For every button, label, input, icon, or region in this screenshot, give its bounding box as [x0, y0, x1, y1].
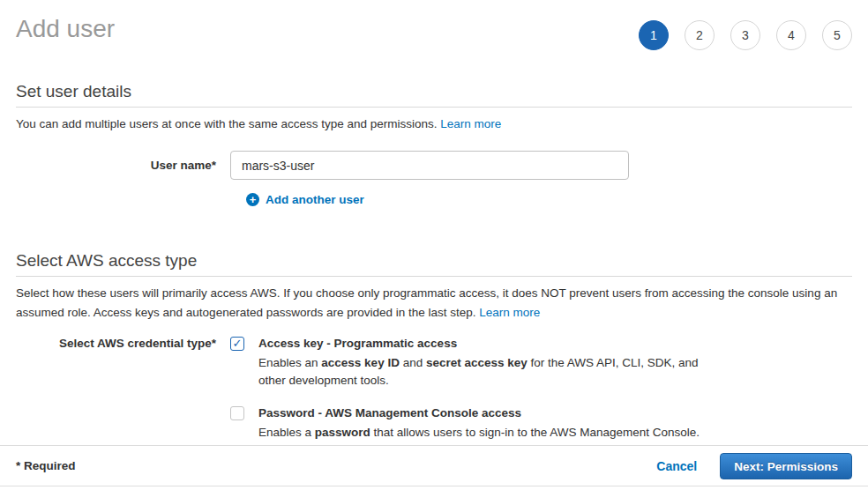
step-3-badge: 3	[730, 20, 760, 50]
wizard-step-indicator: 1 2 3 4 5	[639, 14, 852, 50]
learn-more-link-access-type[interactable]: Learn more	[479, 306, 540, 319]
learn-more-link-user-details[interactable]: Learn more	[440, 117, 501, 130]
programmatic-access-description: Enables an access key ID and secret acce…	[258, 354, 722, 390]
add-another-user-button[interactable]: + Add another user	[246, 193, 364, 206]
programmatic-access-body: Access key - Programmatic access Enables…	[258, 335, 722, 390]
console-access-checkbox[interactable]	[230, 406, 244, 420]
wizard-footer: * Required Cancel Next: Permissions	[0, 445, 868, 486]
credential-options: ✓ Access key - Programmatic access Enabl…	[230, 335, 722, 442]
credential-type-label: Select AWS credential type*	[16, 335, 216, 350]
desc-segment: password	[315, 426, 370, 439]
section-heading-user-details: Set user details	[16, 82, 852, 101]
footer-actions: Cancel Next: Permissions	[656, 453, 852, 479]
step-5-badge: 5	[822, 20, 852, 50]
checkmark-icon: ✓	[233, 338, 243, 349]
add-user-wizard-page: Add user 1 2 3 4 5 Set user details You …	[0, 0, 868, 442]
step-2-badge: 2	[685, 20, 715, 50]
username-input[interactable]	[230, 151, 629, 180]
username-row: User name*	[16, 151, 852, 180]
step-4-badge: 4	[776, 20, 806, 50]
desc-segment: Enables an	[258, 356, 321, 369]
console-access-description: Enables a password that allows users to …	[258, 424, 700, 442]
option-console-access: Password - AWS Management Console access…	[230, 405, 722, 442]
access-type-intro-text: Select how these users will primarily ac…	[16, 286, 837, 319]
step-1-badge: 1	[639, 20, 669, 50]
page-title: Add user	[16, 14, 115, 44]
cancel-button[interactable]: Cancel	[656, 459, 697, 473]
desc-segment: that allows users to sign-in to the AWS …	[370, 426, 700, 439]
section-heading-access-type: Select AWS access type	[16, 251, 852, 271]
user-details-intro: You can add multiple users at once with …	[16, 115, 852, 134]
section-divider	[16, 276, 852, 277]
programmatic-access-title: Access key - Programmatic access	[258, 335, 722, 353]
desc-segment: access key ID	[321, 356, 400, 369]
programmatic-access-checkbox[interactable]: ✓	[230, 337, 244, 351]
required-note: * Required	[16, 459, 76, 472]
desc-segment: Enables a	[258, 426, 315, 439]
access-type-intro: Select how these users will primarily ac…	[16, 284, 852, 323]
user-details-intro-text: You can add multiple users at once with …	[16, 117, 438, 130]
plus-circle-icon: +	[246, 193, 259, 206]
username-label: User name*	[16, 159, 216, 172]
credential-type-row: Select AWS credential type* ✓ Access key…	[16, 335, 852, 442]
option-programmatic-access: ✓ Access key - Programmatic access Enabl…	[230, 335, 722, 390]
add-another-user-label: Add another user	[266, 193, 364, 206]
console-access-title: Password - AWS Management Console access	[258, 405, 700, 422]
desc-segment: secret access key	[426, 356, 528, 369]
console-access-body: Password - AWS Management Console access…	[258, 405, 700, 442]
wizard-header: Add user 1 2 3 4 5	[16, 0, 852, 50]
desc-segment: and	[400, 356, 426, 369]
next-permissions-button[interactable]: Next: Permissions	[720, 453, 852, 479]
section-divider	[16, 107, 852, 108]
